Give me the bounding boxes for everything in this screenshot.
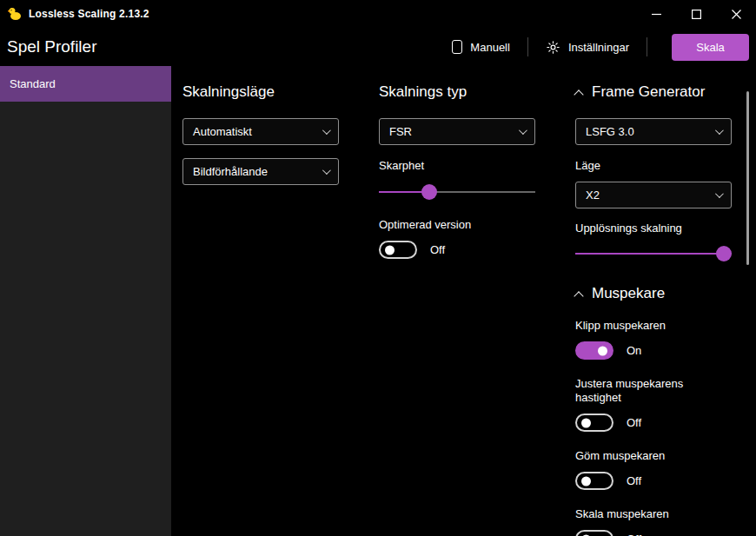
settings-button-label: Inställningar (568, 41, 629, 54)
app-title: Lossless Scaling 2.13.2 (29, 8, 149, 20)
scaling-type-heading: Skalnings typ (379, 83, 535, 102)
settings-button[interactable]: Inställningar (540, 36, 634, 58)
hide-cursor-label: Göm muspekaren (575, 449, 732, 463)
main-content: Skalningsläge Automatiskt Bildförhålland… (171, 66, 756, 536)
slider-fill (575, 253, 724, 255)
hide-cursor-row: Off (575, 472, 732, 490)
sidebar-item-label: Standard (10, 77, 56, 90)
chevron-down-icon (715, 126, 724, 135)
maximize-button[interactable] (676, 0, 716, 28)
optimized-version-label: Optimerad version (379, 218, 535, 232)
optimized-version-state: Off (430, 243, 445, 256)
adjust-cursor-speed-toggle[interactable] (575, 414, 613, 432)
close-button[interactable] (716, 0, 756, 28)
header-divider (647, 37, 647, 56)
manual-button[interactable]: Manuell (447, 36, 515, 57)
scale-cursor-label: Skala muspekaren (575, 507, 732, 521)
chevron-up-icon (574, 89, 583, 99)
toggle-knob (385, 245, 395, 255)
resolution-scale-slider-thumb[interactable] (716, 246, 732, 261)
frame-generator-dropdown[interactable]: LSFG 3.0 (575, 118, 732, 145)
maximize-icon (692, 10, 701, 19)
minimize-icon (652, 10, 661, 19)
minimize-button[interactable] (636, 0, 676, 28)
scaling-type-dropdown[interactable]: FSR (379, 118, 535, 145)
frame-generator-section-header[interactable]: Frame Generator (575, 83, 732, 102)
clip-cursor-row: On (575, 341, 732, 360)
adjust-cursor-speed-label: Justera muspekarens hastighet (575, 377, 732, 405)
scale-button[interactable]: Skala (672, 34, 749, 61)
hide-cursor-state: Off (627, 474, 641, 487)
column-scaling-mode: Skalningsläge Automatiskt Bildförhålland… (182, 66, 339, 536)
aspect-ratio-dropdown[interactable]: Bildförhållande (182, 158, 339, 185)
scale-cursor-toggle[interactable] (575, 530, 613, 536)
sharpness-slider-thumb[interactable] (421, 184, 437, 200)
toggle-knob (581, 476, 591, 486)
manual-window-icon (452, 40, 462, 54)
profiles-sidebar: Standard (0, 66, 171, 536)
manual-button-label: Manuell (470, 41, 510, 54)
scaling-mode-value: Automatiskt (193, 125, 252, 138)
duck-app-icon (8, 7, 22, 21)
frame-generator-value: LSFG 3.0 (586, 125, 634, 138)
mode-label: Läge (575, 159, 732, 173)
optimized-version-toggle[interactable] (379, 241, 417, 259)
mouse-pointer-section-header[interactable]: Muspekare (575, 284, 732, 303)
close-icon (732, 10, 741, 19)
chevron-up-icon (574, 291, 583, 301)
mouse-pointer-heading: Muspekare (592, 284, 665, 303)
window-controls (636, 0, 756, 28)
scaling-type-value: FSR (389, 125, 412, 138)
clip-cursor-toggle[interactable] (575, 341, 613, 360)
adjust-cursor-speed-state: Off (627, 416, 641, 429)
vertical-scrollbar-thumb[interactable] (746, 91, 749, 265)
gear-icon (546, 40, 560, 55)
column-scaling-type: Skalnings typ FSR Skarphet Optimerad ver… (379, 66, 535, 536)
scale-cursor-row: Off (575, 530, 732, 536)
scaling-mode-heading: Skalningsläge (182, 83, 339, 102)
sidebar-item-standard[interactable]: Standard (0, 66, 171, 102)
scale-cursor-state: Off (627, 533, 641, 536)
scaling-mode-dropdown[interactable]: Automatiskt (182, 118, 339, 145)
adjust-cursor-speed-row: Off (575, 414, 732, 432)
optimized-version-row: Off (379, 241, 535, 259)
app-window: Lossless Scaling 2.13.2 Spel Profiler Ma… (0, 0, 756, 536)
header-divider (527, 37, 528, 56)
page-title: Spel Profiler (7, 37, 97, 56)
clip-cursor-state: On (627, 344, 641, 357)
chevron-down-icon (519, 126, 527, 135)
sharpness-label: Skarphet (379, 159, 535, 173)
resolution-scale-slider[interactable] (575, 246, 732, 261)
header-actions: Manuell Inställningar Skala (447, 34, 749, 61)
column-frame-generator: Frame Generator LSFG 3.0 Läge X2 Upplösn… (575, 66, 732, 536)
frame-generator-heading: Frame Generator (592, 83, 705, 102)
body: Standard Skalningsläge Automatiskt Bildf… (0, 66, 756, 536)
chevron-down-icon (322, 166, 331, 175)
chevron-down-icon (715, 189, 724, 198)
chevron-down-icon (322, 126, 331, 135)
clip-cursor-label: Klipp muspekaren (575, 319, 732, 333)
resolution-scale-label: Upplösnings skalning (575, 222, 732, 235)
mode-value: X2 (586, 189, 600, 202)
toggle-knob (598, 346, 607, 355)
hide-cursor-toggle[interactable] (575, 472, 613, 490)
mode-dropdown[interactable]: X2 (575, 182, 732, 208)
sharpness-slider[interactable] (379, 184, 535, 200)
titlebar: Lossless Scaling 2.13.2 (0, 0, 756, 28)
aspect-ratio-value: Bildförhållande (193, 165, 268, 178)
header: Spel Profiler Manuell Inställningar Skal… (0, 28, 756, 66)
toggle-knob (581, 418, 591, 427)
